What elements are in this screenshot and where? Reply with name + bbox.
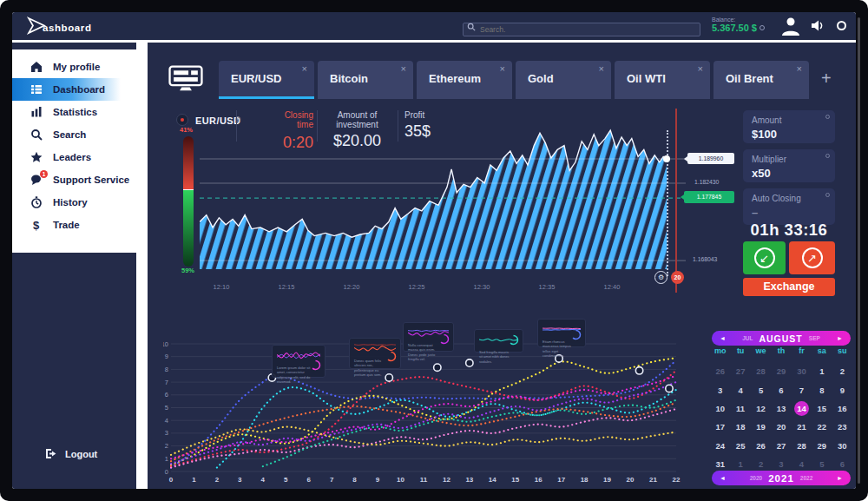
current-time-line [667, 130, 668, 276]
calendar-day[interactable]: 22 [812, 418, 832, 436]
calendar-day[interactable]: 14 [792, 399, 812, 418]
close-icon[interactable]: × [698, 63, 703, 74]
calendar-day[interactable]: 30 [832, 437, 852, 455]
prev-month-arrow[interactable]: ◄ [720, 335, 726, 341]
speaker-icon[interactable] [811, 19, 825, 32]
tooltip-text: Sed fringilla mauris sit amet nibh donec… [479, 350, 510, 364]
calendar-day[interactable]: 28 [792, 437, 812, 455]
calendar-day[interactable]: 26 [751, 437, 771, 455]
calendar-day[interactable]: 18 [730, 418, 750, 436]
next-month-arrow[interactable]: ► [837, 335, 843, 341]
main-content: EUR/USD× Bitcoin× Ethereum× Gold× Oil WT… [148, 43, 856, 489]
logout-icon [45, 448, 56, 459]
sidebar-item-trade[interactable]: $ Trade [12, 214, 136, 236]
calendar-day[interactable]: 15 [812, 399, 832, 418]
prev-year-label[interactable]: 2020 [750, 475, 762, 481]
monitor-icon[interactable] [168, 65, 203, 92]
close-icon[interactable]: × [302, 63, 307, 74]
prev-year-arrow[interactable]: ◄ [720, 475, 726, 481]
calendar-day[interactable]: 7 [792, 380, 812, 399]
buy-button[interactable]: ↗ [789, 241, 835, 274]
sidebar-item-dashboard[interactable]: Dashboard [12, 78, 121, 101]
x-axis-label: 2 [215, 476, 220, 484]
prev-month-label[interactable]: JUL [742, 335, 753, 341]
close-icon[interactable]: × [797, 63, 802, 74]
gauge-down-percent: 59% [181, 267, 194, 274]
sell-button[interactable]: ↙ [743, 241, 786, 274]
multiplier-field[interactable]: Multiplier x50 [743, 149, 835, 182]
close-icon[interactable]: × [500, 63, 505, 74]
sidebar-item-search[interactable]: Search [12, 123, 136, 146]
tab-bitcoin[interactable]: Bitcoin× [318, 61, 413, 99]
logout-button[interactable]: Logout [45, 448, 97, 459]
sidebar-item-statistics[interactable]: Statistics [12, 101, 136, 123]
calendar-day[interactable]: 29 [812, 437, 832, 455]
calendar-day[interactable]: 27 [771, 437, 791, 455]
exchange-button[interactable]: Exchange [743, 278, 835, 296]
x-axis-label: 16 [535, 476, 542, 484]
calendar-day[interactable]: 23 [832, 418, 852, 436]
bar-chart-icon [30, 106, 43, 119]
calendar-day[interactable]: 30 [792, 362, 812, 380]
close-icon[interactable]: × [599, 63, 604, 74]
logo: ashboard [26, 16, 92, 36]
tab-gold[interactable]: Gold× [516, 61, 611, 99]
data-marker [466, 359, 473, 366]
calendar-day[interactable]: 26 [710, 362, 730, 380]
tab-oil-wti[interactable]: Oil WTI× [615, 61, 710, 99]
chart-gear-icon[interactable]: ⚙ [654, 271, 667, 284]
calendar-day[interactable]: 21 [792, 418, 812, 436]
calendar-day[interactable]: 3 [710, 380, 730, 399]
auto-closing-field[interactable]: Auto Closing – [743, 188, 835, 225]
calendar-day[interactable]: 13 [771, 399, 791, 418]
add-tab-button[interactable]: + [821, 69, 832, 89]
sidebar-item-my-profile[interactable]: My profile [12, 56, 136, 78]
close-icon[interactable]: × [401, 63, 406, 74]
calendar-day[interactable]: 10 [710, 399, 730, 418]
calendar-day[interactable]: 20 [771, 418, 791, 436]
tooltip-text: Donec quam felis ultricies nec, pellente… [354, 359, 387, 378]
avatar[interactable] [779, 15, 802, 37]
calendar-day[interactable]: 8 [812, 380, 832, 399]
calendar-day[interactable]: 2 [832, 362, 852, 380]
calendar-day[interactable]: 11 [730, 399, 750, 418]
calendar-day[interactable]: 27 [730, 362, 750, 380]
calendar-day[interactable]: 5 [751, 380, 771, 399]
calendar-month-header: ◄ JUL AUGUST SEP ► [712, 331, 851, 346]
time-axis: 12:1012:1512:2012:2512:3012:3512:40 [200, 283, 686, 293]
calendar-weekday: th [771, 346, 791, 355]
gauge-buy-bar [183, 190, 194, 267]
tab-eur-usd[interactable]: EUR/USD× [219, 61, 314, 99]
calendar-day[interactable]: 28 [751, 362, 771, 380]
tab-oil-brent[interactable]: Oil Brent× [713, 61, 809, 99]
calendar-day[interactable]: 19 [751, 418, 771, 436]
calendar-day[interactable]: 1 [812, 362, 832, 380]
calendar-day[interactable]: 6 [771, 380, 791, 399]
next-year-label[interactable]: 2022 [800, 475, 812, 481]
next-year-arrow[interactable]: ► [837, 475, 843, 481]
calendar-day[interactable]: 9 [832, 380, 852, 399]
search-icon [467, 23, 476, 31]
sidebar-item-support-service[interactable]: 1 Support Service [12, 168, 136, 191]
calendar-weekday: fr [792, 346, 812, 355]
tooltip-card: Etiam rhoncus maecenas tempus tellus ege… [537, 319, 586, 347]
tab-ethereum[interactable]: Ethereum× [417, 61, 512, 99]
calendar-day[interactable]: 24 [710, 437, 730, 455]
calendar-day[interactable]: 12 [751, 399, 771, 418]
current-year-label: 2021 [768, 473, 794, 484]
tooltip-text: Nulla consequat massa quis enim. Donec p… [408, 343, 440, 362]
amount-field[interactable]: Amount $100 [743, 110, 835, 143]
calendar-day[interactable]: 25 [730, 437, 750, 455]
search-input[interactable] [463, 23, 700, 36]
search-box [463, 20, 700, 34]
sidebar-item-leaders[interactable]: Leaders [12, 146, 136, 168]
calendar-day[interactable]: 4 [730, 380, 750, 399]
calendar-weekday: we [751, 346, 771, 355]
calendar-day[interactable]: 29 [771, 362, 791, 380]
calendar-day[interactable]: 16 [832, 399, 852, 418]
x-axis-label: 8 [352, 476, 357, 484]
power-icon[interactable] [837, 21, 846, 30]
next-month-label[interactable]: SEP [809, 335, 820, 341]
sidebar-item-history[interactable]: History [12, 191, 136, 214]
calendar-day[interactable]: 17 [710, 418, 730, 436]
